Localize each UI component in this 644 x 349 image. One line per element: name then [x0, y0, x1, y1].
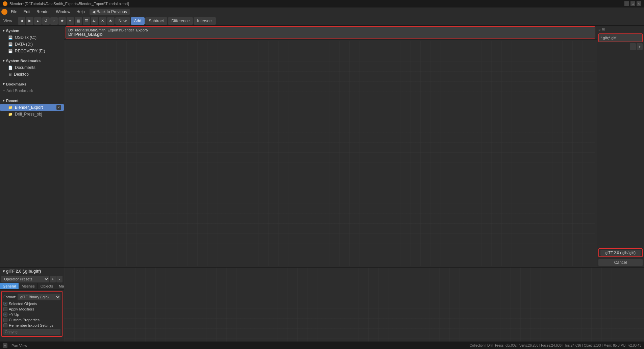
recent-item-blender-export[interactable]: 📁 Blender_Export ✕: [0, 104, 64, 111]
system-bookmarks-header[interactable]: ▾ System Bookmarks: [0, 57, 64, 64]
action-buttons: - +: [597, 43, 644, 50]
back-to-previous-button[interactable]: ◀ Back to Previous: [90, 9, 130, 15]
title-bar-controls[interactable]: ─ □ ✕: [624, 1, 641, 6]
y-up-checkbox[interactable]: ✓: [3, 313, 7, 317]
format-dropdown[interactable]: glTF Binary (.glb): [18, 294, 60, 300]
back-to-previous-label: Back to Previous: [97, 9, 127, 14]
menu-help[interactable]: Help: [74, 9, 88, 15]
display-list-button[interactable]: ≡: [67, 17, 74, 25]
intersect-button[interactable]: Intersect: [194, 17, 216, 25]
menu-window[interactable]: Window: [53, 9, 73, 15]
gltf-header: ▾ glTF 2.0 (.glb/.gltf): [0, 268, 64, 275]
display-grid-button[interactable]: ▦: [75, 17, 82, 25]
menu-edit[interactable]: Edit: [21, 9, 33, 15]
subtract-button[interactable]: -: [630, 43, 636, 50]
drive-c[interactable]: 💾 OSDisk (C:): [0, 34, 64, 41]
folder-icon-2: 📁: [8, 112, 13, 117]
presets-remove-button[interactable]: -: [56, 276, 63, 282]
new-button[interactable]: New: [115, 17, 130, 25]
bookmarks-chevron-icon: ▾: [3, 58, 5, 63]
blender-menu-icon[interactable]: [1, 9, 7, 15]
close-button[interactable]: ✕: [637, 1, 641, 6]
apply-modifiers-checkbox[interactable]: [3, 307, 7, 311]
status-bar: ○ Pan View Collection | Drill_Press_obj.…: [0, 342, 644, 349]
add-bookmark-button[interactable]: + Add Bookmark: [0, 88, 64, 94]
right-spacer: [597, 50, 644, 248]
bookmark-button[interactable]: ★: [58, 17, 66, 25]
filename-text: DrillPress_GLB.glb: [68, 32, 593, 37]
custom-properties-label: Custom Properties: [9, 318, 40, 322]
menu-bar: File Edit Render Window Help ◀ Back to P…: [0, 7, 644, 16]
recent-label: Recent: [6, 99, 19, 103]
display-detail-button[interactable]: ☰: [83, 17, 90, 25]
toolbar: View ◀ ▶ ▲ ↺ ⌂ ★ ≡ ▦ ☰ A↓ ✕ 👁 New Add Su…: [0, 16, 644, 26]
tab-general[interactable]: General: [0, 283, 19, 289]
bookmarks-section-chevron: ▾: [3, 82, 5, 86]
back-arrow-icon: ◀: [92, 9, 95, 14]
custom-properties-row: Custom Properties: [3, 317, 60, 323]
title-bar: Blender* [D:\Tutorials\DataSmith_Exports…: [0, 0, 644, 7]
drive-d[interactable]: 💾 DATA (D:): [0, 41, 64, 48]
difference-button[interactable]: Difference: [168, 17, 193, 25]
filter-box: [598, 33, 643, 42]
system-label: System: [6, 29, 19, 33]
operator-presets-dropdown[interactable]: Operator Presets: [1, 276, 49, 282]
remember-export-checkbox[interactable]: [3, 323, 7, 327]
sort-button[interactable]: A↓: [91, 17, 98, 25]
recent-section: ▾ Recent 📁 Blender_Export ✕ 📁 Drill_Pres…: [0, 96, 64, 119]
recent-item-drill-press[interactable]: 📁 Drill_Press_obj: [0, 111, 64, 118]
apply-modifiers-label: Apply Modifiers: [9, 307, 34, 311]
menu-file[interactable]: File: [8, 9, 20, 15]
add-button[interactable]: Add: [131, 17, 145, 25]
y-up-label: +Y Up: [9, 313, 19, 317]
settings-box: Format: glTF Binary (.glb) ✓ Selected Ob…: [1, 291, 63, 337]
nav-up-button[interactable]: ▲: [34, 17, 42, 25]
remove-recent-1-button[interactable]: ✕: [56, 105, 61, 110]
nav-back-button[interactable]: ◀: [18, 17, 25, 25]
gltf-chevron-icon: ▾: [3, 269, 5, 274]
reload-button[interactable]: ↺: [42, 17, 50, 25]
tab-meshes[interactable]: Meshes: [19, 283, 38, 289]
tab-objects[interactable]: Objects: [38, 283, 56, 289]
filter-input[interactable]: [599, 34, 642, 42]
copyright-input[interactable]: [3, 329, 60, 335]
bookmarks-label: Bookmarks: [6, 82, 26, 86]
system-section-header[interactable]: ▾ System: [0, 27, 64, 34]
menu-render[interactable]: Render: [34, 9, 52, 15]
path-highlight-box: D:\Tutorials\DataSmith_Exports\Blender_E…: [66, 26, 595, 39]
drive-c-icon: 💾: [8, 35, 13, 40]
y-up-row: ✓ +Y Up: [3, 312, 60, 317]
add-button[interactable]: +: [637, 43, 643, 50]
recent-blender-export-label: Blender_Export: [15, 105, 43, 110]
gltf-tabs: General Meshes Objects Materi... Anima..…: [0, 283, 64, 290]
minimize-button[interactable]: ─: [624, 1, 629, 6]
right-panel: ⌕ ⊞ - + glTF 2.0 (.glb/.gltf) Cancel: [597, 26, 644, 267]
bottom-right-panel: [64, 268, 644, 342]
documents-item[interactable]: 📄 Documents: [0, 64, 64, 71]
presets-add-button[interactable]: +: [50, 276, 56, 282]
hidden-toggle-button[interactable]: 👁: [107, 17, 115, 25]
format-label-container: glTF 2.0 (.glb/.gltf): [597, 248, 644, 258]
recent-section-header[interactable]: ▾ Recent: [0, 97, 64, 104]
maximize-button[interactable]: □: [630, 1, 635, 6]
filter-row: ⌕ ⊞: [597, 26, 644, 33]
documents-icon: 📄: [8, 66, 13, 70]
nav-forward-button[interactable]: ▶: [26, 17, 33, 25]
drive-c-label: OSDisk (C:): [15, 35, 36, 40]
drive-e-icon: 💾: [8, 49, 13, 53]
subtract-button[interactable]: Subtract: [145, 17, 167, 25]
file-list[interactable]: [64, 40, 597, 267]
cancel-button[interactable]: Cancel: [598, 259, 643, 266]
recent-drill-press-label: Drill_Press_obj: [15, 112, 42, 117]
documents-label: Documents: [15, 65, 35, 70]
file-browser: D:\Tutorials\DataSmith_Exports\Blender_E…: [64, 26, 597, 267]
selected-objects-checkbox[interactable]: ✓: [3, 302, 7, 306]
custom-properties-checkbox[interactable]: [3, 318, 7, 322]
gltf-header-label: glTF 2.0 (.glb/.gltf): [6, 269, 41, 274]
desktop-item[interactable]: 🖥 Desktop: [0, 71, 64, 78]
home-button[interactable]: ⌂: [50, 17, 58, 25]
format-label: Format:: [3, 295, 16, 299]
drive-e[interactable]: 💾 RECOVERY (E:): [0, 48, 64, 54]
filter-toggle-button[interactable]: ✕: [99, 17, 106, 25]
bookmarks-section-header[interactable]: ▾ Bookmarks: [0, 80, 64, 88]
